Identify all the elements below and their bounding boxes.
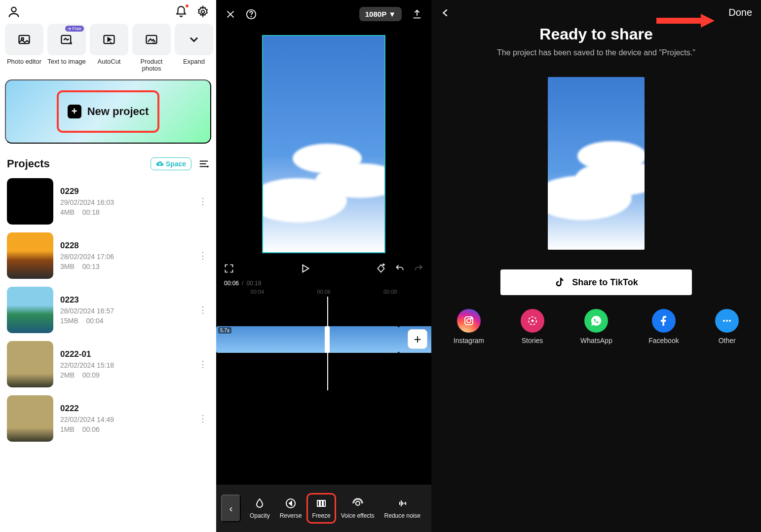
tiktok-icon [554,277,565,288]
undo-icon[interactable] [395,264,405,273]
reduce-noise-icon [396,497,408,509]
project-date: 22/02/2024 14:49 [60,416,190,423]
project-item[interactable]: 0222-01 22/02/2024 15:18 2MB00:09 ⋮ [0,337,216,391]
timeline[interactable]: 5.7s + [216,297,431,371]
svg-text:+: + [382,264,384,266]
clip-duration-tag: 5.7s [218,327,231,334]
effects-toolbar: ‹ OpacityReverseFreezeVoice effectsReduc… [216,485,431,532]
project-name: 0228 [60,241,190,251]
project-size: 3MB [60,263,75,270]
fx-voice-effects[interactable]: Voice effects [336,497,380,519]
project-more-icon[interactable]: ⋮ [196,303,209,317]
facebook-icon [652,309,676,333]
redo-icon[interactable] [414,264,423,273]
editor-panel: 1080P ▼ + [216,0,431,532]
whatsapp-icon [584,309,608,333]
add-clip-button[interactable]: + [408,329,427,349]
project-size: 15MB [60,317,78,325]
done-button[interactable]: Done [728,7,752,18]
tool-text-to-image[interactable]: FreeText to image [47,24,86,73]
fx-opacity[interactable]: Opacity [245,497,275,519]
project-duration: 00:18 [82,208,100,216]
tool-autocut[interactable]: AutoCut [90,24,128,73]
fx-freeze[interactable]: Freeze [306,493,336,524]
toolbar-back-icon[interactable]: ‹ [221,494,241,522]
playhead[interactable] [327,297,328,390]
project-thumbnail [7,178,53,225]
share-facebook[interactable]: Facebook [648,309,679,344]
project-date: 28/02/2024 17:06 [60,253,190,261]
svg-point-9 [251,16,252,17]
project-date: 29/02/2024 16:03 [60,198,190,206]
play-icon[interactable] [300,263,310,274]
reverse-icon [285,497,297,509]
timeline-clip[interactable] [216,326,399,353]
tools-row: Photo editorFreeText to imageAutoCutAIPr… [0,22,216,73]
fullscreen-icon[interactable] [224,264,234,273]
project-more-icon[interactable]: ⋮ [196,194,209,209]
cloud-space-button[interactable]: Space [151,157,191,170]
svg-rect-12 [317,500,319,506]
project-duration: 00:06 [82,425,100,433]
home-panel: Photo editorFreeText to imageAutoCutAIPr… [0,0,216,532]
tool-photo-editor[interactable]: Photo editor [5,24,43,73]
project-item[interactable]: 0228 28/02/2024 17:06 3MB00:13 ⋮ [0,228,216,283]
freeze-icon [315,497,327,509]
project-thumbnail [7,232,53,279]
project-duration: 00:04 [86,317,104,325]
svg-point-20 [723,320,725,322]
svg-rect-13 [320,500,322,506]
project-list[interactable]: 0229 29/02/2024 16:03 4MB00:18 ⋮ 0228 28… [0,174,216,532]
svg-point-18 [471,318,472,319]
project-more-icon[interactable]: ⋮ [196,357,209,372]
project-item[interactable]: 0222 22/02/2024 14:49 1MB00:06 ⋮ [0,391,216,446]
project-thumbnail [7,287,53,333]
project-name: 0222-01 [60,349,190,359]
profile-icon[interactable] [7,5,21,19]
video-preview[interactable] [216,28,431,260]
keyframe-icon[interactable]: + [376,264,386,273]
resolution-button[interactable]: 1080P ▼ [359,7,402,21]
voice-effects-icon [352,497,364,509]
stories-icon [521,309,544,333]
back-icon[interactable] [440,7,451,18]
svg-point-22 [729,320,731,322]
settings-icon[interactable] [196,5,209,18]
project-item[interactable]: 0223 28/02/2024 16:57 15MB00:04 ⋮ [0,283,216,337]
project-more-icon[interactable]: ⋮ [196,411,209,426]
help-icon[interactable] [246,9,257,20]
instagram-icon [457,309,481,333]
project-size: 2MB [60,371,75,379]
opacity-icon [254,497,266,509]
share-other[interactable]: Other [715,309,739,344]
project-size: 1MB [60,425,75,433]
fx-reduce-noise[interactable]: Reduce noise [380,497,425,519]
chevron-down-icon: ▼ [388,10,396,18]
close-icon[interactable] [225,9,236,20]
tool-product-photos[interactable]: AIProduct photos [132,24,171,73]
home-header [0,0,216,22]
export-icon[interactable] [412,9,422,20]
share-stories[interactable]: Stories [521,309,544,344]
project-more-icon[interactable]: ⋮ [196,248,209,263]
tool-expand[interactable]: Expand [175,24,213,73]
project-item[interactable]: 0229 29/02/2024 16:03 4MB00:18 ⋮ [0,174,216,228]
svg-point-21 [726,320,728,322]
project-thumbnail [7,341,53,387]
new-project-button[interactable]: + New project [5,79,211,144]
export-thumbnail [548,77,645,250]
project-date: 22/02/2024 15:18 [60,361,190,369]
share-subtitle: The project has been saved to the device… [492,48,700,57]
other-icon [715,309,739,333]
share-whatsapp[interactable]: WhatsApp [580,309,612,344]
project-thumbnail [7,395,53,442]
share-targets: InstagramStoriesWhatsAppFacebookOther [431,295,761,344]
share-tiktok-button[interactable]: Share to TikTok [500,269,692,295]
annotation-arrow [656,12,716,30]
svg-point-0 [11,7,16,12]
notifications-icon[interactable] [175,5,188,18]
fx-reverse[interactable]: Reverse [275,497,307,519]
share-instagram[interactable]: Instagram [454,309,484,344]
project-size: 4MB [60,208,75,216]
sort-icon[interactable] [198,158,209,169]
